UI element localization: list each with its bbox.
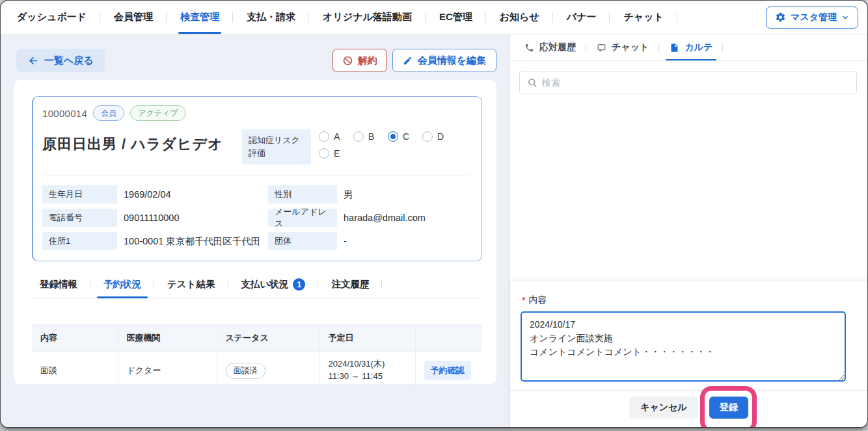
field-label-email: メールアドレス bbox=[268, 209, 337, 227]
terminate-membership-button[interactable]: 解約 bbox=[332, 49, 387, 72]
field-value-gender: 男 bbox=[344, 189, 470, 201]
search-input[interactable] bbox=[520, 72, 856, 94]
nav-tab-payment-billing[interactable]: 支払・請求 bbox=[233, 1, 309, 34]
cell-action: 予約確認 bbox=[415, 352, 482, 390]
field-label-organization: 団体 bbox=[268, 232, 337, 250]
field-label-phone: 電話番号 bbox=[42, 209, 117, 227]
risk-radio-d[interactable]: D bbox=[422, 131, 457, 142]
gear-icon bbox=[775, 12, 786, 23]
karte-entry-form: * 内容 2024/10/17 オンライン面談実施 コメントコメントコメント・・… bbox=[510, 281, 867, 427]
detail-tab-bar: 登録情報 予約状況 テスト結果 支払い状況1 注文履歴 bbox=[32, 278, 482, 298]
risk-radio-e[interactable]: E bbox=[319, 148, 353, 159]
status-badge: 面談済 bbox=[226, 363, 266, 379]
nav-tab-chat[interactable]: チャット bbox=[610, 1, 677, 34]
nav-tab-original-rakugo-videos[interactable]: オリジナル落語動画 bbox=[309, 1, 426, 34]
top-nav: ダッシュボード 会員管理 検査管理 支払・請求 オリジナル落語動画 EC管理 お… bbox=[1, 1, 867, 34]
member-id: 10000014 bbox=[42, 108, 87, 119]
master-admin-button[interactable]: マスタ管理 bbox=[766, 7, 858, 29]
member-type-badge: 会員 bbox=[93, 105, 124, 121]
arrow-left-icon bbox=[27, 55, 38, 66]
field-value-birthdate: 1969/02/04 bbox=[124, 189, 262, 200]
member-id-row: 10000014 会員 アクティブ bbox=[42, 105, 470, 121]
submit-button-wrap: 登録 bbox=[709, 397, 748, 419]
document-icon bbox=[670, 43, 679, 53]
radio-circle-icon bbox=[319, 148, 329, 159]
chat-icon bbox=[597, 43, 606, 53]
form-footer: キャンセル 登録 bbox=[510, 390, 867, 427]
field-value-organization: - bbox=[344, 236, 470, 246]
side-panel-tab-bar: 応対履歴 チャット カルテ bbox=[510, 34, 867, 61]
reservations-table: 内容 医療機関 ステータス 予定日 面談 ドクター 面談済 2024/10/3 bbox=[32, 324, 482, 390]
note-content-input[interactable]: 2024/10/17 オンライン面談実施 コメントコメントコメント・・・・・・・… bbox=[521, 311, 846, 382]
karte-search-area bbox=[510, 61, 867, 94]
cell-institution: ドクター bbox=[118, 352, 217, 390]
nav-tab-bar: ダッシュボード 会員管理 検査管理 支払・請求 オリジナル落語動画 EC管理 お… bbox=[17, 1, 766, 34]
member-name-row: 原田日出男 / ハラダヒデオ 認知症リスク評価 A B bbox=[42, 129, 470, 164]
cell-content: 面談 bbox=[32, 352, 118, 390]
member-content-card: 10000014 会員 アクティブ 原田日出男 / ハラダヒデオ 認知症リスク評… bbox=[14, 80, 496, 384]
tab-chat[interactable]: チャット bbox=[586, 34, 659, 60]
note-content-label: * 内容 bbox=[522, 294, 857, 306]
cell-scheduled-date: 2024/10/31(木) 11:30 ～ 11:45 bbox=[319, 352, 415, 390]
member-card-divider bbox=[42, 176, 470, 176]
tab-registration-info[interactable]: 登録情報 bbox=[32, 278, 90, 298]
risk-radio-b[interactable]: B bbox=[353, 131, 388, 142]
pencil-icon bbox=[403, 56, 413, 66]
radio-circle-checked-icon bbox=[388, 131, 398, 142]
active-tab-underline bbox=[666, 59, 716, 61]
side-panel: 応対履歴 チャット カルテ bbox=[509, 34, 867, 427]
member-detail-region: 一覧へ戻る 解約 会員情報を編集 10000 bbox=[1, 34, 509, 427]
dementia-risk-radio-group: A B C D bbox=[319, 129, 470, 159]
field-value-address1: 100-0001 東京都千代田区千代田 bbox=[124, 235, 262, 248]
tab-response-history[interactable]: 応対履歴 bbox=[514, 34, 586, 60]
tab-order-history[interactable]: 注文履歴 bbox=[318, 278, 382, 298]
reservation-confirm-button[interactable]: 予約確認 bbox=[424, 361, 471, 380]
field-label-address1: 住所1 bbox=[42, 232, 117, 250]
field-label-gender: 性別 bbox=[268, 185, 337, 203]
cancel-button[interactable]: キャンセル bbox=[629, 397, 698, 419]
column-header-actions bbox=[415, 325, 482, 352]
nav-tab-banner[interactable]: バナー bbox=[553, 1, 610, 34]
search-box bbox=[519, 71, 857, 94]
karte-list-empty-area bbox=[510, 94, 867, 281]
column-header-content: 内容 bbox=[32, 325, 118, 352]
member-status-badge: アクティブ bbox=[130, 105, 185, 121]
field-value-email: harada@dmail.com bbox=[344, 213, 470, 223]
nav-tab-ec-management[interactable]: EC管理 bbox=[426, 1, 486, 34]
toolbar-actions: 解約 会員情報を編集 bbox=[332, 49, 496, 72]
tab-reservation-status[interactable]: 予約状況 bbox=[90, 278, 154, 298]
detail-toolbar: 一覧へ戻る 解約 会員情報を編集 bbox=[16, 49, 496, 72]
nav-tab-news[interactable]: お知らせ bbox=[486, 1, 553, 34]
column-header-status: ステータス bbox=[217, 325, 319, 352]
member-name: 原田日出男 / ハラダヒデオ bbox=[42, 135, 242, 154]
app-window: ダッシュボード 会員管理 検査管理 支払・請求 オリジナル落語動画 EC管理 お… bbox=[1, 1, 867, 427]
risk-radio-c-selected[interactable]: C bbox=[388, 131, 422, 142]
nav-tab-member-management[interactable]: 会員管理 bbox=[100, 1, 167, 34]
main-area: 一覧へ戻る 解約 会員情報を編集 10000 bbox=[1, 34, 867, 427]
nav-tab-dashboard[interactable]: ダッシュボード bbox=[17, 1, 100, 34]
chevron-down-icon bbox=[841, 14, 849, 21]
nav-tab-examination-management[interactable]: 検査管理 bbox=[167, 1, 233, 34]
phone-icon bbox=[524, 43, 534, 53]
edit-member-info-button[interactable]: 会員情報を編集 bbox=[392, 49, 496, 72]
required-asterisk: * bbox=[522, 295, 525, 306]
active-tab-underline bbox=[178, 32, 221, 34]
tab-karte[interactable]: カルテ bbox=[659, 34, 723, 60]
radio-circle-icon bbox=[319, 131, 329, 142]
radio-circle-icon bbox=[353, 131, 364, 142]
register-button[interactable]: 登録 bbox=[709, 397, 748, 419]
dementia-risk-label: 認知症リスク評価 bbox=[242, 129, 311, 164]
table-row: 面談 ドクター 面談済 2024/10/31(木) 11:30 ～ 11:45 … bbox=[32, 352, 482, 390]
column-header-scheduled-date: 予定日 bbox=[319, 325, 415, 352]
tab-test-results[interactable]: テスト結果 bbox=[154, 278, 228, 298]
table-header-row: 内容 医療機関 ステータス 予定日 bbox=[32, 325, 482, 352]
tab-payment-status[interactable]: 支払い状況1 bbox=[228, 278, 319, 298]
active-tab-underline bbox=[97, 296, 148, 298]
back-to-list-button[interactable]: 一覧へ戻る bbox=[16, 49, 105, 72]
search-icon bbox=[527, 77, 537, 88]
radio-circle-icon bbox=[422, 131, 433, 142]
ban-icon bbox=[342, 55, 353, 66]
count-badge: 1 bbox=[293, 278, 305, 291]
risk-radio-a[interactable]: A bbox=[319, 131, 353, 142]
member-summary-card: 10000014 会員 アクティブ 原田日出男 / ハラダヒデオ 認知症リスク評… bbox=[32, 96, 482, 261]
